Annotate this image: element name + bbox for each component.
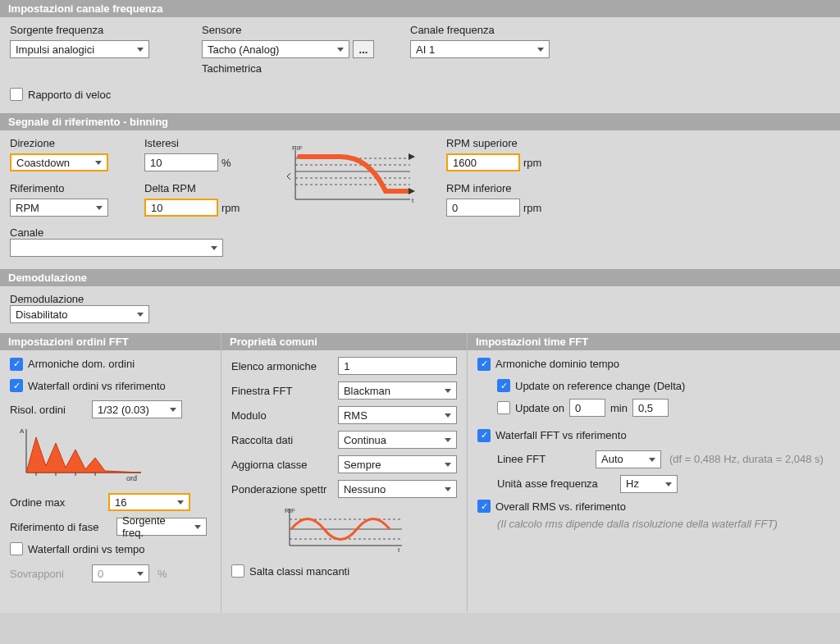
- section-header-demod: Demodulazione: [0, 269, 840, 286]
- checkbox-icon: [10, 88, 23, 101]
- update-on-ref-change-checkbox[interactable]: Update on reference change (Delta): [497, 379, 685, 392]
- rpm-upper-unit: rpm: [523, 157, 541, 169]
- fft-lines-label: Linee FFT: [497, 453, 587, 465]
- phase-ref-label: Riferimento di fase: [10, 521, 108, 533]
- data-collection-label: Raccolta dati: [231, 434, 330, 446]
- checkbox-icon: [231, 564, 244, 578]
- update-on-checkbox[interactable]: Update on: [497, 401, 564, 414]
- phase-ref-select[interactable]: Sorgente freq.: [116, 518, 207, 536]
- freq-channel-label: Canale frequenza: [410, 24, 582, 36]
- checkbox-icon: [477, 429, 491, 442]
- checkbox-icon: [10, 542, 23, 555]
- order-harmonics-label: Armoniche dom. ordini: [28, 358, 135, 370]
- update-on-ref-change-label: Update on reference change (Delta): [515, 380, 685, 392]
- freq-axis-unit-label: Unità asse frequenza: [497, 477, 612, 490]
- checkbox-icon: [10, 358, 23, 371]
- speed-ratio-checkbox[interactable]: Rapporto di veloc: [10, 88, 111, 101]
- overlap-label: Sovrapponi: [10, 568, 84, 580]
- direction-label: Direzione: [10, 137, 125, 149]
- freq-source-label: Sorgente frequenza: [10, 24, 182, 36]
- harmonic-list-input[interactable]: 1: [338, 357, 457, 375]
- order-harmonics-checkbox[interactable]: Armoniche dom. ordini: [10, 358, 135, 371]
- overall-rms-hint: (Il calcolo rms dipende dalla risoluzion…: [477, 518, 830, 530]
- overall-rms-checkbox[interactable]: Overall RMS vs. riferimento: [477, 500, 626, 513]
- skip-missing-classes-label: Salta classi mancanti: [249, 565, 349, 578]
- order-resolution-select[interactable]: 1/32 (0.03): [92, 400, 182, 418]
- hysteresis-unit: %: [221, 157, 231, 169]
- order-max-select[interactable]: 16: [108, 493, 190, 511]
- modulo-select[interactable]: RMS: [338, 406, 457, 424]
- time-harmonics-checkbox[interactable]: Armoniche dominio tempo: [477, 358, 619, 371]
- time-harmonics-label: Armoniche dominio tempo: [495, 358, 619, 370]
- waterfall-fft-ref-checkbox[interactable]: Waterfall FFT vs riferimento: [477, 429, 627, 442]
- data-collection-select[interactable]: Continua: [338, 431, 457, 449]
- checkbox-icon: [10, 379, 23, 392]
- section-header-freq: Impostazioni canale frequenza: [0, 0, 840, 17]
- delta-rpm-unit: rpm: [221, 202, 240, 214]
- section-header-order-fft: Impostazioni ordini FFT: [0, 333, 221, 350]
- delta-rpm-label: Delta RPM: [144, 182, 267, 194]
- spectral-weight-select[interactable]: Nessuno: [338, 480, 457, 498]
- hysteresis-input[interactable]: 10: [144, 153, 218, 171]
- direction-select[interactable]: Coastdown: [10, 153, 108, 171]
- svg-text:RIF: RIF: [292, 144, 303, 152]
- fft-window-label: Finestra FFT: [231, 385, 330, 397]
- update-on-label: Update on: [515, 402, 564, 414]
- update-class-label: Aggiorna classe: [231, 459, 330, 471]
- canale-label: Canale: [10, 226, 43, 239]
- demod-select[interactable]: Disabilitato: [10, 305, 149, 323]
- freq-source-select[interactable]: Impulsi analogici: [10, 40, 149, 58]
- skip-missing-classes-checkbox[interactable]: Salta classi mancanti: [231, 564, 349, 578]
- update-on-value-input[interactable]: 0: [569, 399, 605, 417]
- update-on-unit: min: [610, 402, 628, 414]
- reference-label: Riferimento: [10, 182, 125, 194]
- update-on-value2-input[interactable]: 0,5: [632, 399, 669, 417]
- waterfall-order-time-checkbox[interactable]: Waterfall ordini vs tempo: [10, 542, 145, 555]
- sensor-select[interactable]: Tacho (Analog): [202, 40, 349, 58]
- speed-ratio-label: Rapporto di veloc: [28, 89, 111, 101]
- fft-lines-hint: (df = 0,488 Hz, durata = 2,048 s): [669, 453, 824, 465]
- overall-rms-label: Overall RMS vs. riferimento: [495, 500, 626, 513]
- demod-label: Demodulazione: [10, 293, 84, 305]
- rpm-lower-label: RPM inferiore: [446, 182, 586, 194]
- waterfall-order-ref-checkbox[interactable]: Waterfall ordini vs riferimento: [10, 379, 166, 392]
- svg-text:t: t: [412, 197, 414, 204]
- checkbox-icon: [477, 500, 491, 513]
- overlap-select[interactable]: 0: [92, 564, 149, 582]
- waterfall-fft-ref-label: Waterfall FFT vs riferimento: [495, 429, 627, 441]
- sensor-label: Sensore: [202, 24, 390, 36]
- freq-channel-select[interactable]: AI 1: [410, 40, 550, 58]
- section-header-common: Proprietà comuni: [221, 333, 467, 350]
- svg-text:t: t: [398, 546, 400, 554]
- delta-rpm-input[interactable]: 10: [144, 199, 218, 217]
- checkbox-icon: [497, 379, 510, 392]
- section-header-ref: Segnale di riferimento - binning: [0, 113, 840, 130]
- harmonic-list-label: Elenco armoniche: [231, 360, 330, 372]
- order-max-label: Ordine max: [10, 496, 100, 509]
- svg-text:ord: ord: [126, 474, 137, 482]
- rpm-lower-unit: rpm: [523, 202, 541, 214]
- rpm-lower-input[interactable]: 0: [446, 199, 520, 217]
- time-waveform-graphic: RIF t: [283, 505, 406, 554]
- reference-select[interactable]: RPM: [10, 199, 108, 217]
- spectral-weight-label: Ponderazione spettr: [231, 483, 330, 496]
- waterfall-order-ref-label: Waterfall ordini vs riferimento: [28, 380, 166, 392]
- freq-axis-unit-select[interactable]: Hz: [620, 475, 678, 493]
- canale-select[interactable]: [10, 239, 223, 257]
- binning-graphic: RIF t: [287, 142, 418, 208]
- rpm-upper-input[interactable]: 1600: [446, 153, 520, 171]
- fft-window-select[interactable]: Blackman: [338, 381, 457, 400]
- order-spectrum-graphic: A ord: [18, 425, 149, 482]
- sensor-subtype: Tachimetrica: [202, 62, 390, 75]
- rpm-upper-label: RPM superiore: [446, 137, 586, 149]
- update-class-select[interactable]: Sempre: [338, 455, 457, 473]
- modulo-label: Modulo: [231, 409, 330, 422]
- checkbox-icon: [497, 401, 510, 414]
- fft-lines-select[interactable]: Auto: [596, 450, 661, 468]
- order-resolution-label: Risol. ordini: [10, 404, 84, 416]
- checkbox-icon: [477, 358, 491, 371]
- waterfall-order-time-label: Waterfall ordini vs tempo: [28, 543, 145, 555]
- hysteresis-label: Isteresi: [144, 137, 267, 149]
- section-header-time-fft: Impostazioni time FFT: [468, 333, 840, 350]
- sensor-browse-button[interactable]: ...: [353, 40, 374, 58]
